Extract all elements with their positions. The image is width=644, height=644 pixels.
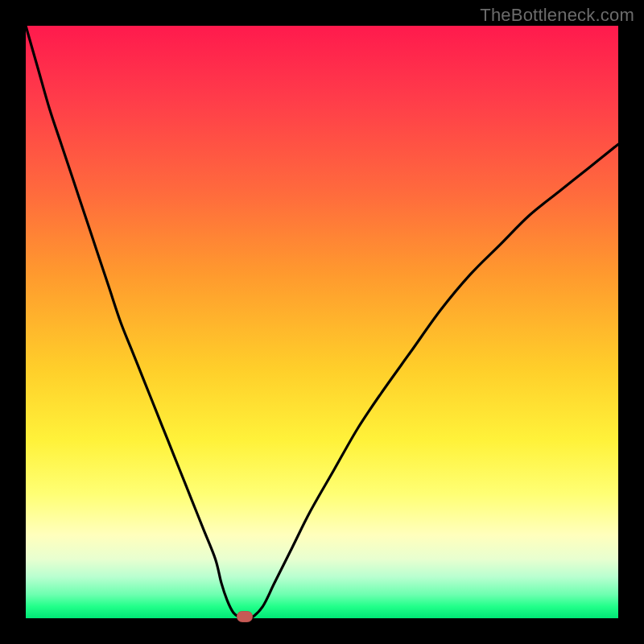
- chart-frame: TheBottleneck.com: [0, 0, 644, 644]
- bottleneck-curve: [26, 26, 618, 618]
- watermark-text: TheBottleneck.com: [480, 5, 634, 26]
- plot-area: [26, 26, 618, 618]
- optimum-marker: [237, 611, 253, 622]
